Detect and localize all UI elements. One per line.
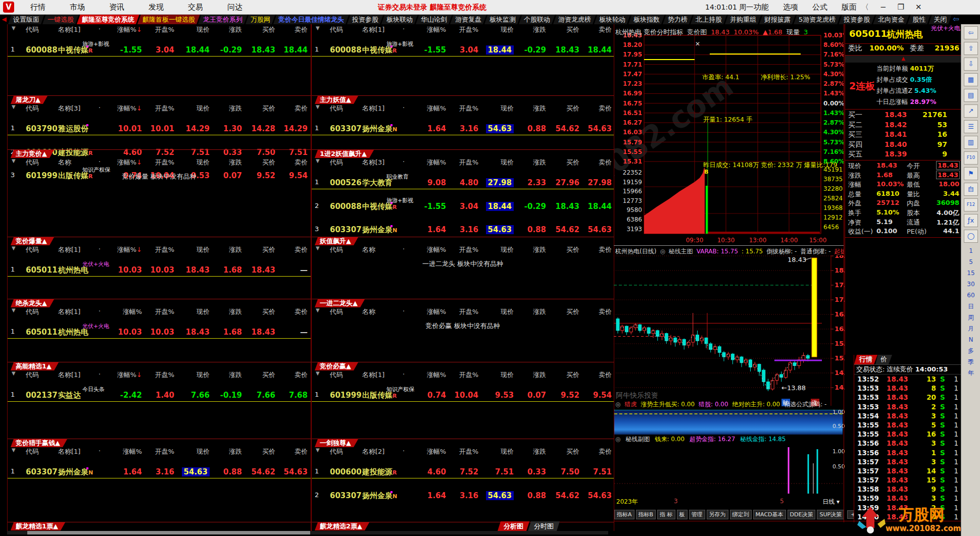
f10-icon[interactable]: F10 [964, 151, 978, 165]
tab-一键选股[interactable]: 一键选股 [42, 14, 79, 24]
kline-icon[interactable]: ☰ [964, 120, 978, 133]
sort-toggle-icon[interactable]: ▼ [316, 104, 320, 110]
sort-toggle-icon[interactable]: ▼ [12, 104, 16, 110]
menu-3[interactable]: 发现 [149, 3, 164, 12]
period-N[interactable]: N [961, 334, 980, 345]
sort-toggle-icon[interactable]: ▼ [316, 447, 320, 453]
tab-板块监测[interactable]: 板块监测 [484, 14, 521, 24]
tick-row[interactable]: 13:5618.433S1 [854, 439, 961, 448]
doc-icon[interactable]: ▥ [964, 136, 978, 149]
sort-toggle-icon[interactable]: ▼ [12, 447, 16, 453]
tick-row[interactable]: 13:5518.4316S1 [854, 430, 961, 439]
mixian-sub-chart[interactable] [614, 443, 843, 497]
period-周[interactable]: 周 [961, 312, 980, 323]
down-icon[interactable]: ⇩ [964, 58, 978, 71]
period-年[interactable]: 年 [961, 367, 980, 379]
app-logo-icon[interactable]: V [3, 2, 14, 13]
table-icon[interactable]: ▤ [964, 89, 978, 102]
restore-icon[interactable]: ❐ [898, 3, 904, 12]
period-selector[interactable]: 日线 ▾ [822, 498, 840, 506]
tab-投资参股[interactable]: 投资参股 [839, 14, 875, 24]
sort-toggle-icon[interactable]: ▼ [316, 370, 320, 376]
sort-toggle-icon[interactable]: ▼ [12, 307, 16, 313]
close-indicator-icon[interactable]: ✕ [695, 40, 700, 47]
sort-toggle-icon[interactable]: ▼ [316, 245, 320, 251]
stock-row-600088[interactable]: 2600088中视传媒旅游+影视R-1.553.0418.44-0.2918.4… [312, 201, 614, 212]
menu-1[interactable]: 市场 [70, 3, 85, 12]
stock-row-605011[interactable]: 1605011杭州热电光伏+火电10.0310.0318.431.6818.43… [8, 264, 311, 277]
toolbar-button-SUP决策[interactable]: SUP决策 [817, 510, 844, 519]
tick-row[interactable]: 13:5318.4320S1 [854, 393, 961, 402]
tab-北向资金[interactable]: 北向资金 [873, 14, 909, 24]
menu-2[interactable]: 资讯 [109, 3, 124, 12]
toolbar-button-指 标[interactable]: 指 标 [657, 510, 675, 519]
tab-投资参股[interactable]: 投资参股 [347, 14, 383, 24]
stock-row-603307[interactable]: 1603307扬州金泉N1.643.1654.630.8854.6254.63 [8, 466, 311, 478]
tab-5游资龙虎榜[interactable]: 5游资龙虎榜 [794, 14, 841, 24]
toolbar-button-绑定到[interactable]: 绑定到 [730, 510, 752, 519]
bottom-tab-分析图[interactable]: 分析图 [498, 521, 529, 531]
zi-icon[interactable]: 自 [964, 183, 978, 196]
tab-板块轮动[interactable]: 板块轮动 [594, 14, 630, 24]
toolbar-button-板[interactable]: 板 [677, 510, 688, 519]
tick-row[interactable]: 13:5618.431S1 [854, 448, 961, 457]
liehu-indicator-band[interactable] [614, 410, 843, 435]
stock-row-000600[interactable]: 1000600建投能源R4.607.527.510.337.507.51 [312, 466, 614, 478]
stock-row-600088[interactable]: 1600088中视传媒旅游+影视R-1.553.0418.44-0.2918.4… [8, 44, 311, 57]
tab-龙王竞价系列[interactable]: 龙王竞价系列 [198, 14, 248, 24]
toolbar-button-指标A[interactable]: 指标A [614, 510, 634, 519]
formula-icon[interactable]: ƒx [964, 214, 978, 227]
stock-row-600088[interactable]: 1600088中视传媒旅游+影视R-1.553.0418.44-0.2918.4… [312, 44, 614, 57]
tab-板块联动[interactable]: 板块联动 [381, 14, 418, 24]
period-30[interactable]: 30 [961, 279, 980, 290]
trend-icon[interactable]: ↗ [964, 104, 978, 118]
period-多[interactable]: 多 [961, 345, 980, 356]
menu-4[interactable]: 交易 [188, 3, 203, 12]
tab-财报披露[interactable]: 财报披露 [759, 14, 796, 24]
toolbar-button-DDE决策[interactable]: DDE决策 [788, 510, 816, 519]
scrollbar-thumb[interactable] [27, 531, 310, 534]
tick-row[interactable]: 13:5918.433S1 [854, 494, 961, 503]
sort-toggle-icon[interactable]: ▼ [12, 370, 16, 376]
tick-tab-价[interactable]: 价 [875, 355, 892, 364]
stock-row-603307[interactable]: 3603307扬州金泉N1.643.1654.630.8854.6254.63 [312, 224, 614, 236]
menu-5[interactable]: 问达 [227, 3, 242, 12]
stock-row-603307[interactable]: 2603307扬州金泉N1.643.1654.630.8854.6254.63 [312, 490, 614, 502]
tab-设置版面[interactable]: 设置版面 [8, 14, 44, 24]
period-5[interactable]: 5 [961, 256, 980, 267]
tick-tab-行情[interactable]: 行情 [854, 355, 877, 364]
tab-麒隆首板一键选股[interactable]: 麒隆首板一键选股 [137, 14, 200, 24]
tab-万股网[interactable]: 万股网 [246, 14, 275, 24]
tab-华山论剑[interactable]: 华山论剑 [416, 14, 452, 24]
tick-row[interactable]: 13:5218.4313S1 [854, 374, 961, 384]
tabbar-collapse-icon[interactable]: ◀ [0, 14, 8, 24]
toolbar-button-另存为[interactable]: 另存为 [707, 510, 728, 519]
period-1[interactable]: 1 [961, 245, 980, 256]
period-60[interactable]: 60 [961, 290, 980, 301]
stock-row-000526[interactable]: 1000526学大教育职业教育9.084.8027.982.3327.9627.… [312, 177, 614, 189]
tab-板块指数[interactable]: 板块指数 [628, 14, 665, 24]
up-icon[interactable]: ⇧ [964, 42, 978, 55]
sort-toggle-icon[interactable]: ▼ [12, 25, 16, 31]
right-menu-1[interactable]: 选项 [783, 3, 798, 12]
nav-back-icon[interactable]: 〈 [861, 3, 869, 12]
sort-toggle-icon[interactable]: ▼ [316, 307, 320, 313]
stock-row-002137[interactable]: 1002137实益达今日头条-2.421.407.66-0.197.667.68 [8, 390, 311, 402]
circle-icon[interactable]: ◯ [964, 230, 978, 243]
report-icon[interactable]: ▦ [964, 73, 978, 86]
menu-0[interactable]: 行情 [30, 3, 45, 12]
sort-toggle-icon[interactable]: ▼ [316, 158, 320, 164]
tab-return-icon[interactable]: ⇦ [953, 14, 959, 24]
tick-row[interactable]: 13:5718.433S1 [854, 457, 961, 466]
tab-游资龙虎榜[interactable]: 游资龙虎榜 [553, 14, 596, 24]
tab-竞价今日最佳情绪龙头[interactable]: 竞价今日最佳情绪龙头 [273, 14, 349, 24]
tick-row[interactable]: 13:5718.4315S1 [854, 475, 961, 485]
tick-row[interactable]: 13:5318.438S1 [854, 384, 961, 393]
f12-icon[interactable]: F12 [964, 198, 978, 211]
sort-toggle-icon[interactable]: ▼ [12, 158, 16, 164]
collapse-sell-levels-icon[interactable]: ▲ [845, 56, 961, 63]
period-15[interactable]: 15 [961, 267, 980, 279]
right-menu-0[interactable]: 功能 [754, 3, 769, 12]
tick-row[interactable]: 13:5418.433S1 [854, 411, 961, 420]
toolbar-button-指标B[interactable]: 指标B [636, 510, 656, 519]
